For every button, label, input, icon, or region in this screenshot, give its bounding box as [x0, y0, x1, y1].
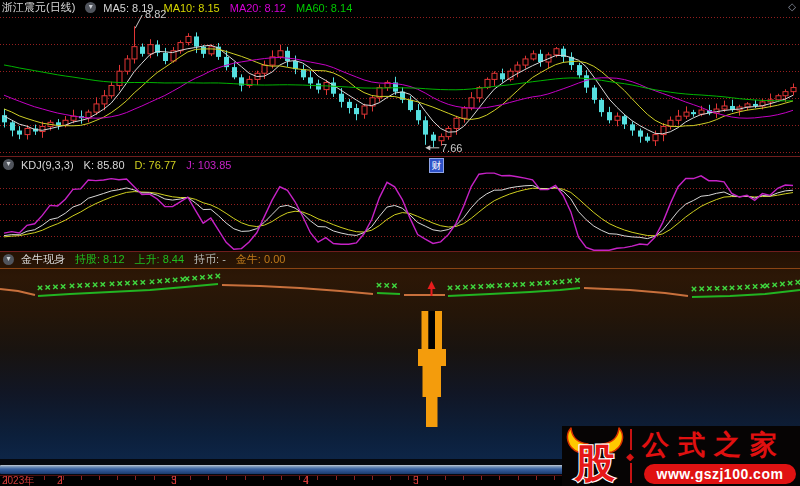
bull-rise-label: 上升: 8.44 [135, 252, 185, 267]
tdx-chart-window: 浙江震元(日线) ▾ MA5: 8.19 MA10: 8.15 MA20: 8.… [0, 0, 800, 486]
logo-character: 股 [574, 440, 615, 485]
kdj-header: ▾ KDJ(9,3,3) K: 85.80 D: 76.77 J: 103.85 [0, 158, 241, 171]
bull-hold-label: 持股: 8.12 [75, 252, 125, 267]
kdj-d-label: D: 76.77 [135, 159, 177, 171]
diamond-icon[interactable]: ◇ [788, 1, 796, 12]
axis-label: 2 [57, 476, 63, 486]
main-chart-header: 浙江震元(日线) ▾ MA5: 8.19 MA10: 8.15 MA20: 8.… [0, 1, 362, 14]
axis-label: 5 [413, 476, 419, 486]
watermark-logo: 股 ◆ 公式之家 www.gszj100.com [562, 426, 800, 486]
high-price-annotation: 8.82 [145, 8, 166, 20]
panel-divider [0, 156, 800, 157]
axis-label: 4 [303, 476, 309, 486]
diamond-icon: ◆ [626, 450, 634, 463]
axis-label: 2023年 [2, 476, 34, 486]
bull-title: 金牛现身 [21, 252, 65, 267]
ma20-label: MA20: 8.12 [230, 2, 286, 14]
ma10-label: MA10: 8.15 [163, 2, 219, 14]
bull-header: ▾ 金牛现身 持股: 8.12 上升: 8.44 持币: - 金牛: 0.00 [0, 253, 295, 266]
ma60-label: MA60: 8.14 [296, 2, 352, 14]
kdj-k-label: K: 85.80 [84, 159, 125, 171]
bull-stock-logo-icon: 股 [563, 427, 627, 485]
logo-url-pill: www.gszj100.com [644, 464, 796, 484]
stock-title: 浙江震元(日线) [2, 0, 75, 15]
low-price-annotation: 7.66 [441, 142, 462, 154]
bull-gold-label: 金牛: 0.00 [236, 252, 286, 267]
collapse-icon[interactable]: ▾ [3, 159, 14, 170]
logo-brand-text: 公式之家 [642, 428, 798, 460]
report-badge[interactable]: 财 [429, 158, 444, 173]
collapse-icon[interactable]: ▾ [3, 254, 14, 265]
kdj-title: KDJ(9,3,3) [21, 159, 74, 171]
kdj-j-label: J: 103.85 [186, 159, 231, 171]
collapse-icon[interactable]: ▾ [85, 2, 96, 13]
bull-cash-label: 持币: - [194, 252, 226, 267]
main-chart-canvas[interactable] [0, 0, 800, 157]
kdj-chart-canvas[interactable] [0, 157, 800, 251]
axis-label: 3 [171, 476, 177, 486]
